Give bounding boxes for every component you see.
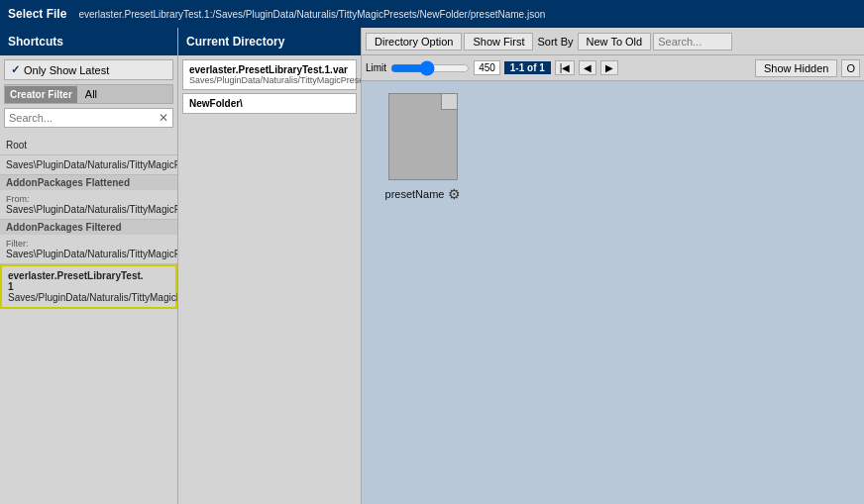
nav-first-button[interactable]: |◀	[555, 60, 576, 75]
nav-item-saves-label: Saves\PluginData/Naturalis/TittyMagicPre…	[6, 159, 171, 170]
dir-list: everlaster.PresetLibraryTest.1.var Saves…	[178, 55, 361, 504]
gear-icon[interactable]: ⚙	[448, 186, 461, 202]
only-show-latest-button[interactable]: ✓ Only Show Latest	[4, 59, 173, 80]
file-item-presetname[interactable]: presetName ⚙	[374, 93, 473, 202]
sidebar: Shortcuts ✓ Only Show Latest Creator Fil…	[0, 28, 178, 504]
current-directory-label: Current Directory	[186, 35, 284, 49]
dir-item-var-name: everlaster.PresetLibraryTest.1.var	[189, 64, 350, 75]
title-bar: Select File everlaster.PresetLibraryTest…	[0, 0, 864, 28]
creator-filter-label: Creator Filter	[5, 86, 77, 103]
shortcuts-label: Shortcuts	[8, 35, 63, 49]
main-search-input[interactable]	[653, 33, 732, 50]
only-show-latest-label: Only Show Latest	[24, 64, 109, 76]
nav-item-flattened-path: Saves\PluginData/Naturalis/TittyMagicPre…	[6, 204, 171, 215]
dir-item-newfolder[interactable]: NewFolder\	[182, 93, 357, 114]
sidebar-header: Shortcuts	[0, 28, 177, 55]
options-button[interactable]: O	[841, 59, 860, 77]
nav-item-filtered-filter: Filter:	[6, 239, 171, 249]
show-first-button[interactable]: Show First	[464, 33, 533, 50]
creator-filter-value[interactable]: All	[77, 85, 105, 103]
nav-item-filtered[interactable]: Filter: Saves\PluginData/Naturalis/Titty…	[0, 235, 177, 264]
file-name-label: presetName	[385, 188, 445, 200]
sidebar-search-input[interactable]	[5, 110, 155, 126]
nav-item-everlaster-name: everlaster.PresetLibraryTest.1	[8, 270, 169, 292]
directory-option-button[interactable]: Directory Option	[366, 33, 462, 50]
nav-item-flattened-from: From:	[6, 194, 171, 204]
directory-header: Current Directory	[178, 28, 361, 55]
nav-item-saves-naturalis[interactable]: Saves\PluginData/Naturalis/TittyMagicPre…	[0, 155, 177, 175]
file-icon	[383, 93, 463, 182]
creator-filter-row: Creator Filter All	[4, 84, 173, 104]
nav-item-root[interactable]: Root	[0, 136, 177, 155]
new-to-old-button[interactable]: New To Old	[578, 33, 652, 50]
nav-item-flattened[interactable]: From: Saves\PluginData/Naturalis/TittyMa…	[0, 190, 177, 220]
directory-panel: Current Directory everlaster.PresetLibra…	[178, 28, 362, 504]
dir-item-var-path: Saves/PluginData/Naturalis/TittyMagicPre…	[189, 75, 350, 85]
limit-value: 450	[474, 60, 500, 75]
file-grid: presetName ⚙	[362, 81, 864, 504]
sort-by-label: Sort By	[535, 36, 575, 48]
content-area: Directory Option Show First Sort By New …	[362, 28, 864, 504]
checkmark-icon: ✓	[11, 63, 20, 76]
nav-list: Root Saves\PluginData/Naturalis/TittyMag…	[0, 136, 177, 504]
page-indicator: 1-1 of 1	[504, 61, 551, 74]
sidebar-search-clear[interactable]: ✕	[155, 109, 172, 127]
limit-slider[interactable]	[390, 61, 470, 75]
nav-group-flattened-header: AddonPackages Flattened	[0, 175, 177, 190]
shortcuts-section: ✓ Only Show Latest Creator Filter All ✕	[0, 55, 177, 136]
nav-prev-button[interactable]: ◀	[579, 60, 596, 75]
nav-item-root-label: Root	[6, 140, 171, 151]
window-title: Select File	[8, 7, 66, 21]
nav-item-everlaster-path: Saves/PluginData/Naturalis/TittyMagicPre…	[8, 292, 169, 303]
toolbar-row2: Limit 450 1-1 of 1 |◀ ◀ ▶ Show Hidden O	[362, 55, 864, 81]
toolbar-row1: Directory Option Show First Sort By New …	[362, 28, 864, 55]
file-path: everlaster.PresetLibraryTest.1:/Saves/Pl…	[78, 9, 545, 20]
show-hidden-button[interactable]: Show Hidden	[755, 59, 837, 77]
nav-group-filtered-header: AddonPackages Filtered	[0, 220, 177, 235]
nav-item-everlaster[interactable]: everlaster.PresetLibraryTest.1 Saves/Plu…	[0, 264, 177, 309]
main-container: Shortcuts ✓ Only Show Latest Creator Fil…	[0, 28, 864, 504]
limit-label: Limit	[366, 62, 386, 73]
file-page-fold	[441, 94, 457, 110]
dir-item-var[interactable]: everlaster.PresetLibraryTest.1.var Saves…	[182, 59, 357, 90]
file-name-row: presetName ⚙	[385, 186, 462, 202]
file-page	[388, 93, 458, 180]
sidebar-search-row: ✕	[4, 108, 173, 128]
nav-next-button[interactable]: ▶	[600, 60, 618, 75]
dir-item-newfolder-name: NewFolder\	[189, 98, 350, 109]
nav-item-filtered-path: Saves\PluginData/Naturalis/TittyMagicPre…	[6, 249, 171, 259]
